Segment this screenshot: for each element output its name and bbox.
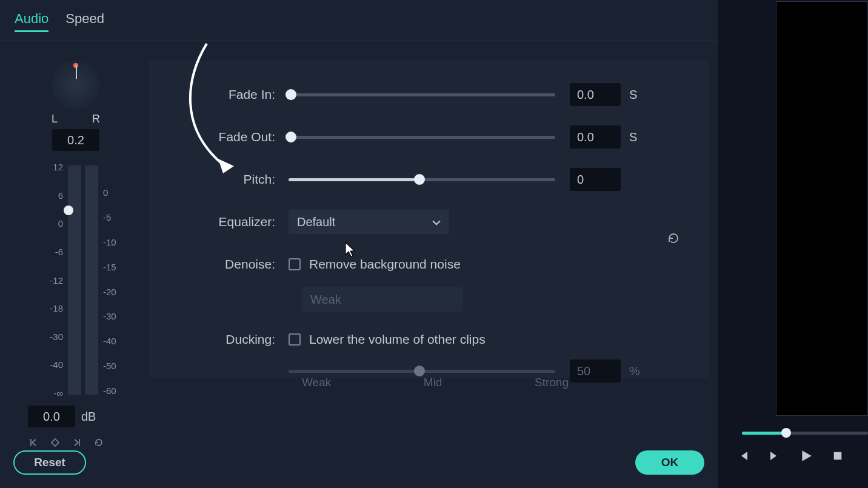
ducking-slider[interactable] (289, 365, 555, 377)
db-unit: dB (81, 410, 96, 424)
reset-section-icon[interactable] (667, 232, 680, 245)
fade-out-label: Fade Out: (149, 130, 289, 144)
ducking-unit: % (629, 364, 640, 378)
equalizer-select[interactable]: Default (289, 210, 449, 234)
pitch-value[interactable]: 0 (570, 168, 621, 191)
ok-button[interactable]: OK (635, 450, 704, 475)
meter-track-right (85, 165, 98, 395)
ducking-value[interactable]: 50 (570, 359, 621, 383)
fade-in-label: Fade In: (149, 87, 289, 102)
volume-meter: 12 6 0 -6 -12 -18 -30 -40 -∞ 0 -5 -10 -1… (24, 162, 127, 398)
chevron-down-icon (432, 215, 441, 229)
equalizer-label: Equalizer: (149, 215, 289, 229)
fade-in-slider[interactable] (289, 89, 555, 101)
fade-out-value[interactable]: 0.0 (570, 125, 621, 149)
fade-out-unit: S (629, 130, 637, 144)
svg-rect-0 (834, 452, 842, 460)
reset-button[interactable]: Reset (13, 450, 86, 475)
ducking-checkbox-label: Lower the volume of other clips (309, 332, 486, 347)
denoise-checkbox-label: Remove background noise (309, 257, 461, 272)
pitch-slider[interactable] (289, 173, 555, 186)
balance-l-label: L (52, 113, 58, 125)
playback-progress[interactable] (742, 428, 868, 438)
step-back-icon[interactable] (736, 449, 750, 463)
balance-lr-labels: L R (52, 113, 100, 125)
preview-area (718, 0, 868, 488)
ducking-label: Ducking: (149, 332, 289, 347)
volume-slider-thumb[interactable] (64, 206, 73, 215)
fade-in-value[interactable]: 0.0 (570, 83, 621, 106)
denoise-label: Denoise: (149, 257, 289, 272)
db-value[interactable]: 0.0 (28, 406, 75, 427)
stop-icon[interactable] (830, 449, 845, 463)
pitch-label: Pitch: (149, 172, 289, 187)
tab-bar: Audio Speed (0, 0, 718, 41)
audio-controls-panel: Fade In: 0.0 S Fade Out: 0.0 S Pitch: (149, 61, 709, 378)
meter-scale-right: 0 -5 -10 -15 -20 -30 -40 -50 -60 (103, 162, 116, 398)
fade-out-slider[interactable] (289, 131, 555, 143)
balance-knob[interactable] (52, 61, 100, 109)
denoise-checkbox[interactable] (289, 258, 301, 270)
ducking-checkbox[interactable] (289, 333, 301, 346)
meter-scale-left: 12 6 0 -6 -12 -18 -30 -40 -∞ (45, 162, 63, 398)
equalizer-value: Default (297, 215, 335, 229)
balance-r-label: R (92, 113, 100, 125)
ducking-tick-labels: Weak Mid Strong (302, 376, 569, 389)
fade-in-unit: S (629, 88, 637, 102)
play-icon[interactable] (799, 449, 813, 463)
tab-speed[interactable]: Speed (65, 11, 104, 32)
denoise-level-select[interactable]: Weak (302, 287, 462, 312)
tab-audio[interactable]: Audio (15, 11, 48, 32)
meter-track-left (68, 165, 81, 395)
preview-canvas (776, 1, 868, 416)
step-forward-icon[interactable] (767, 449, 782, 463)
balance-value[interactable]: 0.2 (52, 129, 99, 151)
